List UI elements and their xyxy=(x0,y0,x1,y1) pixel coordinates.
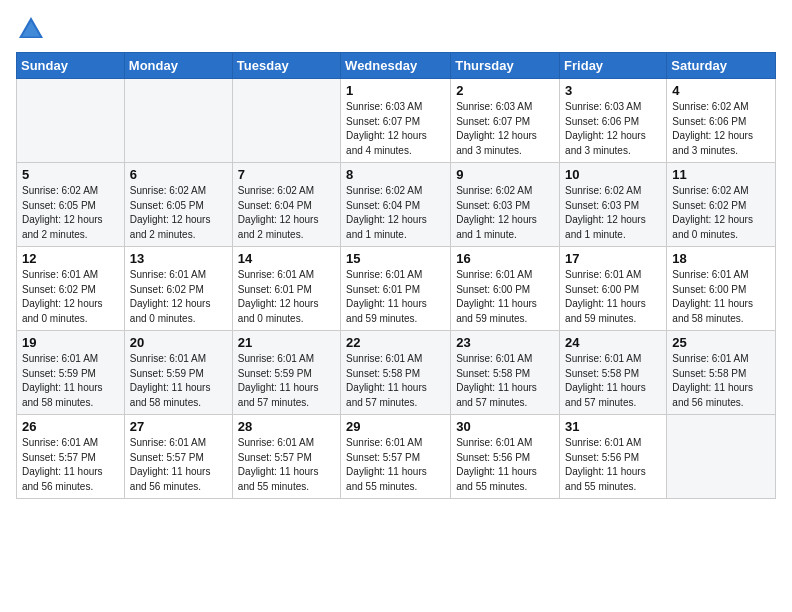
weekday-header-thursday: Thursday xyxy=(451,53,560,79)
day-number: 12 xyxy=(22,251,119,266)
day-info: Sunrise: 6:01 AM Sunset: 5:58 PM Dayligh… xyxy=(565,352,661,410)
day-info: Sunrise: 6:03 AM Sunset: 6:06 PM Dayligh… xyxy=(565,100,661,158)
calendar-cell: 15Sunrise: 6:01 AM Sunset: 6:01 PM Dayli… xyxy=(341,247,451,331)
day-number: 18 xyxy=(672,251,770,266)
weekday-header-monday: Monday xyxy=(124,53,232,79)
calendar-cell: 21Sunrise: 6:01 AM Sunset: 5:59 PM Dayli… xyxy=(232,331,340,415)
day-number: 26 xyxy=(22,419,119,434)
calendar-cell: 5Sunrise: 6:02 AM Sunset: 6:05 PM Daylig… xyxy=(17,163,125,247)
calendar-cell: 10Sunrise: 6:02 AM Sunset: 6:03 PM Dayli… xyxy=(560,163,667,247)
weekday-header-saturday: Saturday xyxy=(667,53,776,79)
day-number: 4 xyxy=(672,83,770,98)
day-number: 3 xyxy=(565,83,661,98)
page: SundayMondayTuesdayWednesdayThursdayFrid… xyxy=(0,0,792,515)
day-info: Sunrise: 6:01 AM Sunset: 6:02 PM Dayligh… xyxy=(130,268,227,326)
day-number: 2 xyxy=(456,83,554,98)
calendar-cell xyxy=(232,79,340,163)
calendar-cell xyxy=(124,79,232,163)
day-number: 27 xyxy=(130,419,227,434)
weekday-header-sunday: Sunday xyxy=(17,53,125,79)
day-number: 20 xyxy=(130,335,227,350)
calendar-cell: 30Sunrise: 6:01 AM Sunset: 5:56 PM Dayli… xyxy=(451,415,560,499)
calendar-cell: 17Sunrise: 6:01 AM Sunset: 6:00 PM Dayli… xyxy=(560,247,667,331)
weekday-header-wednesday: Wednesday xyxy=(341,53,451,79)
calendar-cell: 16Sunrise: 6:01 AM Sunset: 6:00 PM Dayli… xyxy=(451,247,560,331)
day-info: Sunrise: 6:02 AM Sunset: 6:04 PM Dayligh… xyxy=(346,184,445,242)
day-info: Sunrise: 6:02 AM Sunset: 6:06 PM Dayligh… xyxy=(672,100,770,158)
day-number: 19 xyxy=(22,335,119,350)
calendar-cell: 27Sunrise: 6:01 AM Sunset: 5:57 PM Dayli… xyxy=(124,415,232,499)
header xyxy=(16,10,776,44)
calendar-cell: 20Sunrise: 6:01 AM Sunset: 5:59 PM Dayli… xyxy=(124,331,232,415)
day-info: Sunrise: 6:01 AM Sunset: 6:01 PM Dayligh… xyxy=(238,268,335,326)
day-info: Sunrise: 6:01 AM Sunset: 6:00 PM Dayligh… xyxy=(565,268,661,326)
day-info: Sunrise: 6:01 AM Sunset: 5:59 PM Dayligh… xyxy=(130,352,227,410)
week-row-2: 5Sunrise: 6:02 AM Sunset: 6:05 PM Daylig… xyxy=(17,163,776,247)
calendar-cell: 31Sunrise: 6:01 AM Sunset: 5:56 PM Dayli… xyxy=(560,415,667,499)
calendar-table: SundayMondayTuesdayWednesdayThursdayFrid… xyxy=(16,52,776,499)
day-number: 16 xyxy=(456,251,554,266)
week-row-4: 19Sunrise: 6:01 AM Sunset: 5:59 PM Dayli… xyxy=(17,331,776,415)
calendar-cell: 13Sunrise: 6:01 AM Sunset: 6:02 PM Dayli… xyxy=(124,247,232,331)
calendar-cell: 3Sunrise: 6:03 AM Sunset: 6:06 PM Daylig… xyxy=(560,79,667,163)
day-info: Sunrise: 6:01 AM Sunset: 6:02 PM Dayligh… xyxy=(22,268,119,326)
day-number: 7 xyxy=(238,167,335,182)
day-number: 15 xyxy=(346,251,445,266)
day-info: Sunrise: 6:01 AM Sunset: 5:56 PM Dayligh… xyxy=(456,436,554,494)
day-number: 21 xyxy=(238,335,335,350)
calendar-cell: 18Sunrise: 6:01 AM Sunset: 6:00 PM Dayli… xyxy=(667,247,776,331)
day-number: 24 xyxy=(565,335,661,350)
day-info: Sunrise: 6:01 AM Sunset: 5:57 PM Dayligh… xyxy=(22,436,119,494)
week-row-1: 1Sunrise: 6:03 AM Sunset: 6:07 PM Daylig… xyxy=(17,79,776,163)
calendar-cell: 28Sunrise: 6:01 AM Sunset: 5:57 PM Dayli… xyxy=(232,415,340,499)
day-info: Sunrise: 6:01 AM Sunset: 6:01 PM Dayligh… xyxy=(346,268,445,326)
day-number: 10 xyxy=(565,167,661,182)
day-number: 22 xyxy=(346,335,445,350)
day-number: 30 xyxy=(456,419,554,434)
day-info: Sunrise: 6:03 AM Sunset: 6:07 PM Dayligh… xyxy=(456,100,554,158)
calendar-cell: 4Sunrise: 6:02 AM Sunset: 6:06 PM Daylig… xyxy=(667,79,776,163)
calendar-cell: 11Sunrise: 6:02 AM Sunset: 6:02 PM Dayli… xyxy=(667,163,776,247)
day-info: Sunrise: 6:02 AM Sunset: 6:03 PM Dayligh… xyxy=(565,184,661,242)
day-number: 17 xyxy=(565,251,661,266)
calendar-cell: 8Sunrise: 6:02 AM Sunset: 6:04 PM Daylig… xyxy=(341,163,451,247)
logo xyxy=(16,14,50,44)
calendar-cell: 22Sunrise: 6:01 AM Sunset: 5:58 PM Dayli… xyxy=(341,331,451,415)
day-info: Sunrise: 6:01 AM Sunset: 5:58 PM Dayligh… xyxy=(672,352,770,410)
day-info: Sunrise: 6:03 AM Sunset: 6:07 PM Dayligh… xyxy=(346,100,445,158)
day-info: Sunrise: 6:01 AM Sunset: 5:56 PM Dayligh… xyxy=(565,436,661,494)
day-number: 11 xyxy=(672,167,770,182)
day-info: Sunrise: 6:02 AM Sunset: 6:05 PM Dayligh… xyxy=(22,184,119,242)
day-info: Sunrise: 6:01 AM Sunset: 5:57 PM Dayligh… xyxy=(346,436,445,494)
logo-icon xyxy=(16,14,46,44)
day-info: Sunrise: 6:01 AM Sunset: 5:58 PM Dayligh… xyxy=(346,352,445,410)
day-info: Sunrise: 6:01 AM Sunset: 6:00 PM Dayligh… xyxy=(456,268,554,326)
calendar-cell: 14Sunrise: 6:01 AM Sunset: 6:01 PM Dayli… xyxy=(232,247,340,331)
day-number: 31 xyxy=(565,419,661,434)
day-info: Sunrise: 6:01 AM Sunset: 5:57 PM Dayligh… xyxy=(130,436,227,494)
calendar-cell: 6Sunrise: 6:02 AM Sunset: 6:05 PM Daylig… xyxy=(124,163,232,247)
calendar-cell: 19Sunrise: 6:01 AM Sunset: 5:59 PM Dayli… xyxy=(17,331,125,415)
day-number: 9 xyxy=(456,167,554,182)
calendar-cell: 12Sunrise: 6:01 AM Sunset: 6:02 PM Dayli… xyxy=(17,247,125,331)
week-row-3: 12Sunrise: 6:01 AM Sunset: 6:02 PM Dayli… xyxy=(17,247,776,331)
day-number: 6 xyxy=(130,167,227,182)
weekday-header-row: SundayMondayTuesdayWednesdayThursdayFrid… xyxy=(17,53,776,79)
calendar-cell xyxy=(667,415,776,499)
weekday-header-friday: Friday xyxy=(560,53,667,79)
day-number: 5 xyxy=(22,167,119,182)
weekday-header-tuesday: Tuesday xyxy=(232,53,340,79)
calendar-cell xyxy=(17,79,125,163)
day-number: 29 xyxy=(346,419,445,434)
week-row-5: 26Sunrise: 6:01 AM Sunset: 5:57 PM Dayli… xyxy=(17,415,776,499)
day-number: 28 xyxy=(238,419,335,434)
calendar-cell: 2Sunrise: 6:03 AM Sunset: 6:07 PM Daylig… xyxy=(451,79,560,163)
calendar-cell: 23Sunrise: 6:01 AM Sunset: 5:58 PM Dayli… xyxy=(451,331,560,415)
day-info: Sunrise: 6:02 AM Sunset: 6:03 PM Dayligh… xyxy=(456,184,554,242)
day-number: 1 xyxy=(346,83,445,98)
day-number: 25 xyxy=(672,335,770,350)
day-info: Sunrise: 6:01 AM Sunset: 5:57 PM Dayligh… xyxy=(238,436,335,494)
day-number: 14 xyxy=(238,251,335,266)
calendar-cell: 25Sunrise: 6:01 AM Sunset: 5:58 PM Dayli… xyxy=(667,331,776,415)
day-info: Sunrise: 6:02 AM Sunset: 6:04 PM Dayligh… xyxy=(238,184,335,242)
